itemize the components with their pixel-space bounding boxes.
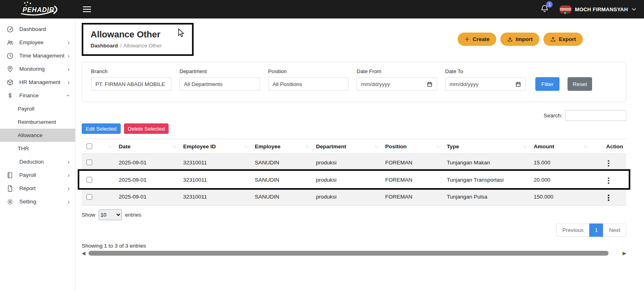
search-input[interactable] (565, 110, 626, 121)
sidebar-item-report[interactable]: Report › (0, 182, 75, 195)
column-header-date[interactable]: Date↑↓ (116, 139, 180, 154)
sort-icon: ↑↓ (173, 144, 176, 149)
cell-date: 2025-09-01 (116, 154, 180, 171)
row-checkbox[interactable] (87, 177, 92, 182)
sidebar-item-deduction[interactable]: Deduction › (0, 155, 75, 168)
people-icon (6, 39, 14, 46)
cell-amount: 20.000 (530, 171, 591, 189)
sidebar-item-employee[interactable]: Employee › (0, 36, 75, 49)
cell-employee-id: 32310011 (180, 154, 252, 171)
chevron-down-icon (631, 6, 637, 12)
horizontal-scrollbar: ◀ ▶ (82, 251, 626, 256)
online-status-dot (564, 11, 567, 14)
sidebar-item-monitoring[interactable]: Monitoring › (0, 62, 75, 76)
sidebar-item-hr-management[interactable]: HR Management › (0, 76, 75, 89)
sidebar-item-setting[interactable]: Setting › (0, 195, 75, 208)
chevron-right-icon: › (68, 159, 70, 165)
branch-input[interactable] (91, 77, 171, 91)
cell-date: 2025-09-01 (116, 171, 180, 189)
book-icon (6, 172, 14, 179)
speedometer-icon (6, 26, 14, 33)
row-actions-menu-icon[interactable] (605, 193, 612, 203)
date-to-input[interactable]: mm/dd/yyyy (445, 77, 526, 91)
date-from-label: Date From (357, 68, 437, 74)
date-from-input[interactable]: mm/dd/yyyy (357, 77, 437, 91)
user-menu[interactable]: MOCH FIRMANSYAH (559, 5, 637, 14)
column-header-amount[interactable]: Amount↑↓ (530, 139, 591, 154)
cell-employee: SANUDIN (252, 171, 313, 189)
sort-icon: ↑↓ (523, 144, 527, 149)
chevron-right-icon: › (68, 79, 70, 85)
scrollbar-track[interactable] (87, 251, 621, 256)
column-header-type[interactable]: Type↑↓ (444, 139, 530, 154)
reset-button[interactable]: Reset (568, 77, 592, 91)
import-button[interactable]: Import (500, 33, 539, 46)
page-size-select[interactable]: 10 (99, 209, 122, 220)
row-checkbox[interactable] (87, 194, 92, 200)
scroll-right-arrow[interactable]: ▶ (623, 251, 626, 256)
column-header-employee[interactable]: Employee↑↓ (252, 139, 313, 154)
edit-selected-button[interactable]: Edit Selected (82, 123, 121, 134)
sidebar-item-time-management[interactable]: Time Management › (0, 49, 75, 62)
sidebar-item-payroll-sub[interactable]: Payroll (0, 102, 75, 115)
filter-button[interactable]: Filter (535, 77, 559, 91)
pagination-previous[interactable]: Previous (556, 223, 590, 237)
cell-department: produksi (313, 171, 382, 189)
brand-logo[interactable]: PEHADIR (0, 1, 76, 17)
main-content: Allowance Other Dashboard/Allowance Othe… (76, 18, 644, 291)
chevron-down-icon: › (66, 94, 72, 96)
pagination-page-1[interactable]: 1 (589, 223, 604, 237)
delete-selected-button[interactable]: Delete Selected (124, 123, 169, 134)
calendar-icon (515, 81, 521, 87)
column-header-employee-id[interactable]: Employee ID↑↓ (180, 139, 252, 154)
cell-department: produksi (313, 154, 382, 171)
sidebar-item-reimbursement[interactable]: Reimbursement (0, 115, 75, 129)
sidebar: Dashboard Employee › Time Management › M… (0, 18, 76, 291)
pagination-next[interactable]: Next (603, 223, 626, 237)
scrollbar-thumb[interactable] (89, 251, 608, 256)
column-header-action: Action (591, 139, 626, 154)
pagination: Previous 1 Next (556, 223, 626, 237)
position-input[interactable] (268, 77, 349, 91)
entries-label: entries (125, 212, 142, 218)
breadcrumb-dashboard-link[interactable]: Dashboard (91, 43, 118, 49)
cell-employee-id: 32310011 (180, 189, 252, 206)
select-all-checkbox[interactable] (87, 143, 92, 149)
column-header-department[interactable]: Department↑↓ (313, 139, 382, 154)
create-button[interactable]: Create (458, 33, 496, 46)
clock-icon (6, 52, 14, 59)
download-icon (507, 37, 513, 42)
scroll-left-arrow[interactable]: ◀ (82, 251, 85, 256)
breadcrumb-current: Allowance Other (124, 43, 162, 49)
hamburger-menu-icon[interactable] (80, 4, 93, 14)
cell-employee: SANUDIN (252, 189, 313, 206)
sidebar-item-dashboard[interactable]: Dashboard (0, 23, 75, 36)
row-checkbox[interactable] (87, 160, 92, 165)
cell-position: FOREMAN (382, 154, 444, 171)
sort-icon: ↑↓ (436, 144, 440, 149)
department-input[interactable] (180, 77, 260, 91)
sort-icon: ↑↓ (584, 144, 587, 149)
row-actions-menu-icon[interactable] (605, 176, 612, 186)
topbar: PEHADIR 1 MOCH FIRMANSYAH (0, 0, 644, 18)
cell-employee-id: 32310011 (180, 171, 252, 189)
position-label: Position (268, 68, 349, 74)
column-header-position[interactable]: Position↑↓ (382, 139, 444, 154)
table-row-highlighted: 2025-09-01 32310011 SANUDIN produksi FOR… (82, 171, 626, 189)
sidebar-item-allowance[interactable]: Allowance (0, 129, 75, 142)
cell-position: FOREMAN (382, 171, 444, 189)
sort-icon: ↑↓ (244, 144, 248, 149)
filter-panel: Branch Department Position Date From mm/… (82, 62, 626, 102)
row-actions-menu-icon[interactable] (605, 159, 612, 168)
map-pin-icon (6, 66, 14, 73)
export-button[interactable]: Export (543, 33, 583, 46)
sidebar-item-payroll[interactable]: Payroll › (0, 168, 75, 182)
allowance-table: ↑↓ Date↑↓ Employee ID↑↓ Employee↑↓ Depar… (82, 139, 626, 206)
select-all-header[interactable]: ↑↓ (82, 139, 116, 154)
sort-icon: ↑↓ (108, 144, 112, 149)
department-label: Department (180, 68, 260, 74)
sidebar-item-thr[interactable]: THR (0, 142, 75, 155)
notification-bell[interactable]: 1 (540, 4, 549, 14)
upload-icon (550, 37, 556, 42)
sidebar-item-finance[interactable]: Finance › (0, 89, 75, 102)
